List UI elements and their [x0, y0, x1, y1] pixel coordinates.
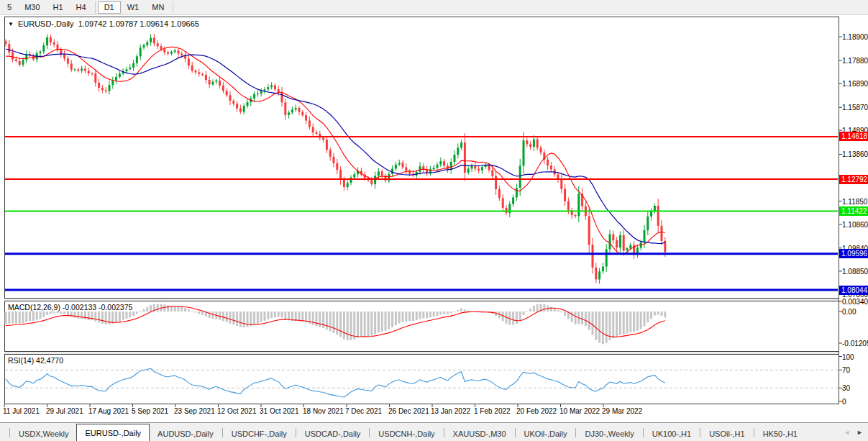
price-line-badge: 1.08044 [839, 286, 868, 295]
date-axis-label: 29 Jul 2021 [46, 407, 83, 415]
date-axis-label: 5 Sep 2021 [132, 407, 168, 415]
tab-separator [575, 428, 576, 437]
price-line-badge: 1.14618 [839, 132, 868, 141]
tab-separator [643, 428, 644, 437]
price-axis-tick: 1.11850 [842, 198, 867, 206]
price-axis-tick: 1.17880 [842, 57, 868, 65]
tab-separator [296, 428, 296, 437]
date-axis-label: 20 Feb 2022 [516, 407, 557, 415]
timeframe-button-W1[interactable]: W1 [121, 1, 146, 14]
timeframe-button-5[interactable]: 5 [1, 1, 18, 14]
trading-terminal-window: 5M30H1H4D1W1MN ▼EURUSD-,Daily 1.09742 1.… [0, 0, 868, 441]
timeframe-button-M30[interactable]: M30 [18, 1, 46, 14]
macd-axis-tick: 0.003408 [842, 298, 868, 306]
tab-separator [700, 428, 700, 437]
date-axis-label: 26 Dec 2021 [388, 407, 429, 415]
price-axis-tick: 1.13860 [842, 150, 868, 158]
date-axis-label: 18 Nov 2021 [303, 407, 344, 415]
date-axis-label: 23 Sep 2021 [174, 407, 215, 415]
tab-usdcnh-daily[interactable]: USDCNH-,Daily [370, 427, 442, 441]
tab-scroll-left-icon[interactable]: ◄ [844, 429, 850, 436]
price-line-badge: 1.12792 [839, 175, 868, 184]
rsi-indicator-label: RSI(14) 42.4770 [8, 356, 63, 365]
price-axis-tick: 1.15870 [842, 104, 868, 112]
tab-separator [222, 428, 223, 437]
date-axis-label: 31 Oct 2021 [260, 407, 298, 415]
date-axis-label: 1 Feb 2022 [474, 407, 511, 415]
tab-audusd-daily[interactable]: AUDUSD-,Daily [150, 427, 221, 441]
macd-indicator-label: MACD(12,26,9) -0.002133 -0.002375 [8, 303, 132, 312]
macd-axis-tick: -0.012055 [842, 340, 868, 347]
date-axis-label: 13 Jan 2022 [431, 407, 470, 415]
price-axis-tick: 1.16890 [842, 80, 868, 88]
date-axis-label: 10 Mar 2022 [559, 407, 600, 415]
tab-scroll-right-icon[interactable]: ► [856, 429, 863, 436]
toolbar-separator [95, 1, 96, 14]
rsi-axis-tick: 0 [842, 398, 846, 406]
timeframe-button-MN[interactable]: MN [145, 1, 170, 14]
chart-title-symbol: EURUSD-,Daily [18, 19, 74, 28]
rsi-axis-tick: 30 [842, 384, 850, 392]
rsi-axis-tick: 70 [842, 366, 850, 374]
date-axis-label: 7 Dec 2021 [345, 407, 382, 415]
tab-separator [9, 428, 10, 437]
price-axis-tick: 1.10860 [842, 221, 868, 229]
tab-separator [444, 428, 444, 437]
tab-eurusd-daily[interactable]: EURUSD-,Daily [76, 424, 150, 441]
tab-uk100-h1[interactable]: UK100-,H1 [644, 427, 699, 441]
chart-title: ▼EURUSD-,Daily 1.09742 1.09787 1.09614 1… [8, 19, 199, 28]
timeframe-button-H4[interactable]: H4 [70, 1, 93, 14]
timeframe-toolbar: 5M30H1H4D1W1MN [0, 0, 868, 15]
toolbar-separator [173, 1, 173, 14]
price-line-badge: 1.11422 [839, 206, 868, 216]
date-axis-label: 11 Jul 2021 [3, 407, 40, 415]
chart-tab-bar: USDX,WeeklyEURUSD-,DailyAUDUSD-,DailyUSD… [0, 422, 868, 441]
tab-separator [515, 428, 516, 437]
tab-separator [754, 428, 754, 437]
rsi-panel[interactable] [4, 354, 839, 404]
date-axis-label: 12 Oct 2021 [217, 407, 256, 415]
tab-separator [369, 428, 370, 437]
tab-hk50-h1[interactable]: HK50-,H1 [755, 427, 805, 441]
rsi-axis-tick: 100 [842, 353, 854, 361]
price-axis-tick: 1.18900 [842, 33, 868, 41]
main-chart-panel[interactable] [4, 17, 839, 299]
tab-usdcad-daily[interactable]: USDCAD-,Daily [297, 427, 369, 441]
timeframe-button-H1[interactable]: H1 [47, 1, 70, 14]
tab-scroll-controls: ◄► [844, 423, 868, 441]
tab-usdx-weekly[interactable]: USDX,Weekly [11, 427, 76, 441]
macd-axis-tick: 0.00 [842, 308, 856, 316]
date-axis-label: 17 Aug 2021 [88, 407, 129, 415]
price-axis-tick: 1.08850 [842, 268, 868, 276]
date-axis-label: 29 Mar 2022 [602, 407, 642, 415]
tab-dj30-weekly[interactable]: DJ30-,Weekly [577, 427, 641, 441]
collapse-chart-icon[interactable]: ▼ [8, 21, 14, 27]
tab-xauusd-m30[interactable]: XAUUSD-,M30 [445, 427, 514, 441]
price-line-badge: 1.09596 [839, 249, 868, 258]
tab-ukoil-daily[interactable]: UKOil-,Daily [516, 427, 575, 441]
chart-title-ohlc: 1.09742 1.09787 1.09614 1.09665 [78, 19, 199, 28]
timeframe-button-D1[interactable]: D1 [98, 1, 121, 14]
tab-usoil-h1[interactable]: USOil-,H1 [701, 427, 753, 441]
tab-usdchf-daily[interactable]: USDCHF-,Daily [224, 427, 295, 441]
